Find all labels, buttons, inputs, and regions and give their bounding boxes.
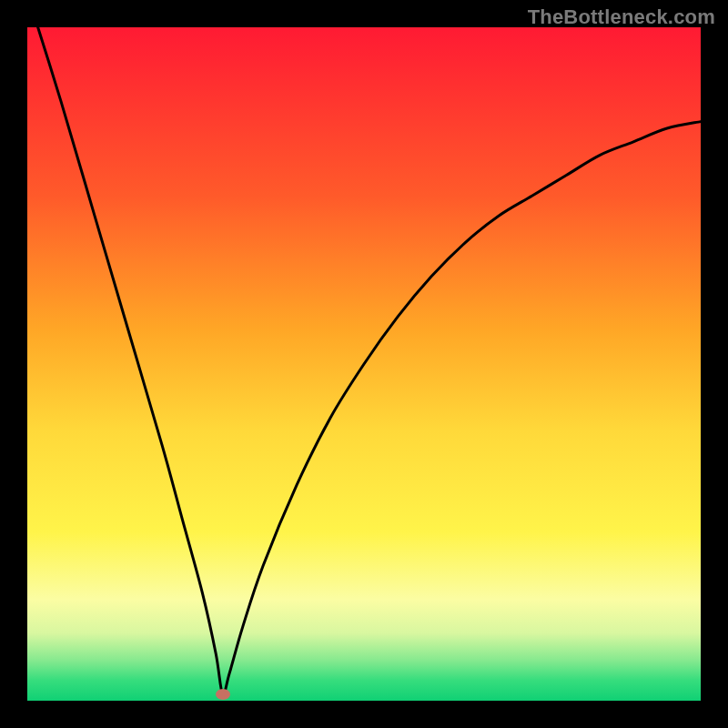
chart-frame: TheBottleneck.com	[0, 0, 728, 728]
bottleneck-curve	[27, 0, 701, 694]
minimum-marker	[216, 689, 230, 700]
watermark-text: TheBottleneck.com	[528, 5, 715, 29]
curve-svg	[27, 27, 701, 701]
